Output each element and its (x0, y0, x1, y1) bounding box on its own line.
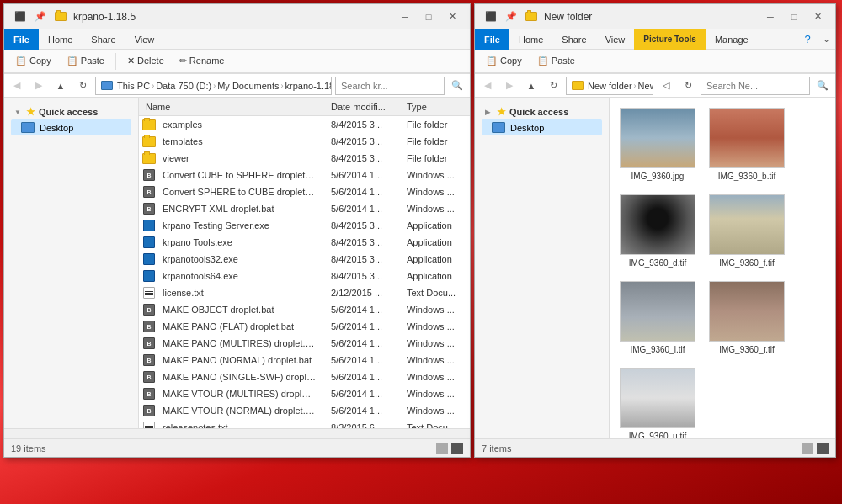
left-pin-btn[interactable]: 📌 (31, 8, 50, 26)
right-prev-search-btn[interactable]: ◁ (657, 77, 675, 95)
file-item[interactable]: B MAKE PANO (MULTIRES) droplet.bat 5/6/2… (139, 335, 470, 352)
left-forward-btn[interactable]: ▶ (29, 77, 48, 95)
left-quick-access-header[interactable]: ▼ ★ Quick access (11, 104, 131, 119)
file-item[interactable]: krpano Testing Server.exe 8/4/2015 3... … (139, 217, 470, 234)
file-item[interactable]: B MAKE OBJECT droplet.bat 5/6/2014 1... … (139, 301, 470, 318)
left-maximize-btn[interactable]: □ (418, 8, 440, 25)
left-close-btn[interactable]: ✕ (441, 8, 463, 25)
file-item[interactable]: B MAKE PANO (FLAT) droplet.bat 5/6/2014 … (139, 318, 470, 335)
thumbnail-item[interactable]: IMG_9360_d.tif (616, 191, 699, 271)
left-breadcrumb-mydocs[interactable]: My Documents (217, 81, 279, 91)
right-minimize-btn[interactable]: ─ (759, 8, 781, 25)
right-breadcrumb-folder2[interactable]: New folder (638, 81, 653, 91)
left-col-name[interactable]: Name (142, 102, 328, 112)
left-sidebar-desktop[interactable]: Desktop (11, 119, 131, 135)
right-refresh-btn[interactable]: ↻ (544, 77, 562, 95)
file-item[interactable]: krpanotools64.exe 8/4/2015 3... Applicat… (139, 268, 470, 284)
file-item[interactable]: templates 8/4/2015 3... File folder (139, 133, 470, 150)
file-item[interactable]: license.txt 2/12/2015 ... Text Docu... 9 (139, 284, 470, 301)
right-pin-btn[interactable]: 📌 (502, 8, 520, 26)
file-item[interactable]: examples 8/4/2015 3... File folder (139, 116, 470, 133)
right-help-btn[interactable]: ? (798, 30, 817, 49)
left-ribbon-copy-btn[interactable]: 📋 Copy (9, 52, 57, 71)
thumbnail-item[interactable]: IMG_9360_b.tif (706, 104, 788, 184)
file-item[interactable]: B MAKE VTOUR (NORMAL) droplet.bat 5/6/20… (139, 402, 470, 419)
left-tab-file[interactable]: File (4, 29, 39, 50)
left-col-type[interactable]: Type (403, 102, 470, 112)
thumbnail-item[interactable]: IMG_9360_r.tif (706, 278, 788, 358)
left-search-input[interactable] (335, 77, 445, 95)
left-view-detail-btn[interactable] (451, 443, 463, 454)
right-back-btn[interactable]: ◀ (478, 77, 497, 95)
right-up-btn[interactable]: ▲ (522, 77, 541, 95)
file-type: File folder (403, 119, 470, 130)
file-item[interactable]: B Convert SPHERE to CUBE droplet.bat 5/6… (139, 183, 470, 200)
file-item[interactable]: releasenotes.txt 8/3/2015 6... Text Docu… (139, 419, 470, 428)
right-ribbon-paste-btn[interactable]: 📋 Paste (531, 52, 581, 71)
right-quick-access-btn[interactable]: ⬛ (482, 8, 500, 26)
file-item[interactable]: B MAKE PANO (SINGLE-SWF) droplet.bat 5/6… (139, 369, 470, 385)
right-ribbon-expand-btn[interactable]: ⌄ (817, 30, 835, 49)
left-back-btn[interactable]: ◀ (8, 77, 26, 95)
left-view-list-btn[interactable] (436, 443, 448, 454)
right-quick-access-header[interactable]: ▶ ★ Quick access (482, 104, 602, 119)
file-item[interactable]: krpanotools32.exe 8/4/2015 3... Applicat… (139, 251, 470, 268)
right-folder-btn[interactable] (522, 8, 541, 26)
left-scrollbar-h[interactable] (4, 428, 470, 438)
right-forward-btn[interactable]: ▶ (500, 77, 519, 95)
right-tab-manage-sub[interactable]: Manage (706, 29, 758, 50)
file-type: File folder (403, 136, 470, 146)
left-minimize-btn[interactable]: ─ (394, 8, 416, 25)
right-search-btn[interactable]: 🔍 (813, 77, 832, 95)
left-ribbon: File Home Share View 📋 Copy 📋 Paste ✕ De… (4, 29, 470, 74)
right-breadcrumb-folder1[interactable]: New folder (588, 81, 632, 91)
right-address-input[interactable]: New folder › New folder (566, 77, 653, 95)
right-sidebar-desktop[interactable]: Desktop (482, 119, 602, 135)
picture-tools-label: Picture Tools (643, 34, 696, 44)
left-breadcrumb-thispc[interactable]: This PC (117, 81, 150, 91)
right-maximize-btn[interactable]: □ (783, 8, 805, 25)
right-close-btn[interactable]: ✕ (807, 8, 829, 25)
left-search-btn[interactable]: 🔍 (448, 77, 466, 95)
left-address-input[interactable]: This PC › Data 750 (D:) › My Documents ›… (95, 77, 332, 95)
right-tab-view[interactable]: View (596, 29, 635, 50)
file-item[interactable]: krpano Tools.exe 8/4/2015 3... Applicati… (139, 234, 470, 251)
right-ribbon-copy-btn[interactable]: 📋 Copy (480, 52, 528, 71)
right-tab-file[interactable]: File (475, 29, 509, 50)
right-tab-manage[interactable]: Picture Tools (634, 29, 706, 50)
left-ribbon-paste-btn[interactable]: 📋 Paste (61, 52, 110, 71)
right-tab-share[interactable]: Share (552, 29, 595, 50)
left-tab-share[interactable]: Share (82, 29, 125, 50)
left-tab-home[interactable]: Home (39, 29, 82, 50)
left-tab-view[interactable]: View (125, 29, 164, 50)
thumbnail-item[interactable]: IMG_9360_l.tif (616, 278, 699, 358)
file-date: 8/4/2015 3... (328, 136, 403, 146)
left-title-bar-left: ⬛ 📌 krpano-1.18.5 (11, 8, 394, 26)
file-item[interactable]: viewer 8/4/2015 3... File folder (139, 150, 470, 167)
left-breadcrumb-data[interactable]: Data 750 (D:) (156, 81, 211, 91)
left-ribbon-rename-btn[interactable]: ✏ Rename (173, 52, 231, 71)
right-tab-home[interactable]: Home (509, 29, 552, 50)
file-item[interactable]: B Convert CUBE to SPHERE droplet.bat 5/6… (139, 167, 470, 183)
left-ribbon-delete-btn[interactable]: ✕ Delete (121, 52, 170, 71)
left-refresh-btn[interactable]: ↻ (73, 77, 92, 95)
thumbnail-item[interactable]: IMG_9360_f.tif (706, 191, 788, 271)
file-name-label: MAKE PANO (SINGLE-SWF) droplet.bat (159, 372, 319, 382)
file-item[interactable]: B MAKE VTOUR (MULTIRES) droplet.bat 5/6/… (139, 385, 470, 402)
file-icon-wrapper (142, 236, 156, 249)
left-up-btn[interactable]: ▲ (51, 77, 70, 95)
left-breadcrumb-krpano[interactable]: krpano-1.18.5 (285, 81, 332, 91)
left-col-date[interactable]: Date modifi... (328, 102, 403, 112)
left-folder-btn[interactable] (51, 8, 70, 26)
thumbnail-item[interactable]: IMG_9360.jpg (616, 104, 699, 184)
right-view-list-btn[interactable] (802, 443, 813, 454)
file-item[interactable]: B ENCRYPT XML droplet.bat 5/6/2014 1... … (139, 200, 470, 217)
right-refresh2-btn[interactable]: ↻ (679, 77, 697, 95)
file-item[interactable]: B MAKE PANO (NORMAL) droplet.bat 5/6/201… (139, 352, 470, 369)
thumbnail-item[interactable]: IMG_9360_u.tif (616, 364, 699, 438)
right-search-input[interactable] (701, 77, 810, 95)
file-date: 8/4/2015 3... (328, 271, 403, 281)
left-quick-access-btn[interactable]: ⬛ (11, 8, 29, 26)
right-view-thumb-btn[interactable] (817, 443, 829, 454)
file-name-label: MAKE OBJECT droplet.bat (159, 305, 319, 315)
